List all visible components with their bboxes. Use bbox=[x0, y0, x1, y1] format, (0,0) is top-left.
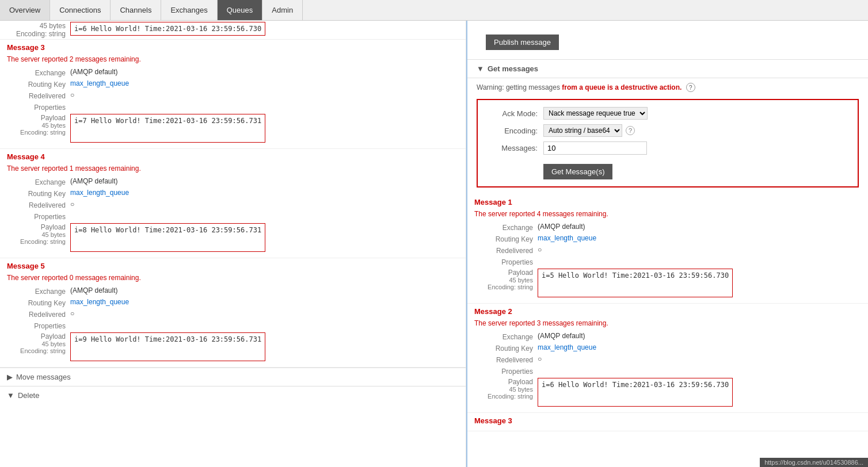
right-message-2-server: The server reported 3 messages remaining… bbox=[467, 317, 868, 331]
nav-overview[interactable]: Overview bbox=[0, 0, 50, 20]
right-message-3-title: Message 3 bbox=[467, 413, 868, 426]
right-panel: Publish message ▼ Get messages Warning: … bbox=[466, 21, 868, 467]
right-msg2-payload-encoding: Encoding: string bbox=[474, 393, 533, 400]
right-msg2-properties-row: Properties bbox=[467, 365, 868, 377]
left-msg5-payload-text: i=9 Hello World! Time:2021-03-16 23:59:5… bbox=[70, 332, 265, 361]
left-msg5-exchange-label: Exchange bbox=[7, 286, 70, 296]
left-msg4-redelivered-row: Redelivered ○ bbox=[0, 199, 466, 210]
left-msg4-properties-row: Properties bbox=[0, 210, 466, 222]
right-msg2-payload-label-block: Payload 45 bytes Encoding: string bbox=[474, 378, 538, 400]
right-msg2-redelivered-value: ○ bbox=[538, 355, 542, 363]
get-messages-form: Ack Mode: Nack message requeue true Ack … bbox=[477, 99, 859, 187]
right-messages-list: Message 1 The server reported 4 messages… bbox=[467, 194, 868, 436]
url-bar: https://blog.csdn.net/u014530886... bbox=[760, 458, 868, 467]
right-msg2-payload-label: Payload bbox=[474, 378, 533, 386]
right-message-1-title: Message 1 bbox=[467, 194, 868, 208]
left-message-5-server: The server reported 0 messages remaining… bbox=[0, 271, 466, 285]
right-msg1-exchange-value: (AMQP default) bbox=[538, 223, 585, 231]
left-message-4: Message 4 The server reported 1 messages… bbox=[0, 149, 466, 258]
right-msg2-payload-size: 45 bytes bbox=[474, 386, 533, 393]
right-msg1-redelivered-row: Redelivered ○ bbox=[467, 244, 868, 256]
get-messages-section-header[interactable]: ▼ Get messages bbox=[467, 59, 868, 78]
left-msg3-properties-row: Properties bbox=[0, 101, 466, 113]
left-msg3-payload-size: 45 bytes bbox=[7, 122, 66, 129]
encoding-help-icon[interactable]: ? bbox=[626, 126, 635, 135]
left-msg3-exchange-value: (AMQP default) bbox=[70, 68, 117, 76]
right-msg1-routing-label: Routing Key bbox=[474, 234, 538, 243]
left-msg4-routing-value: max_length_queue bbox=[70, 189, 129, 197]
left-msg5-payload-size: 45 bytes bbox=[7, 340, 66, 347]
left-msg5-properties-label: Properties bbox=[7, 321, 70, 330]
top-partial-payload: i=6 Hello World! Time:2021-03-16 23:59:5… bbox=[70, 22, 265, 36]
right-msg1-payload-text: i=5 Hello World! Time:2021-03-16 23:59:5… bbox=[538, 269, 733, 297]
left-msg4-properties-label: Properties bbox=[7, 212, 70, 221]
right-msg2-redelivered-row: Redelivered ○ bbox=[467, 354, 868, 365]
messages-count-row: Messages: bbox=[482, 139, 853, 157]
left-message-3-server: The server reported 2 messages remaining… bbox=[0, 53, 466, 67]
left-message-4-server: The server reported 1 messages remaining… bbox=[0, 162, 466, 176]
nav-connections[interactable]: Connections bbox=[50, 0, 111, 20]
nav-channels[interactable]: Channels bbox=[111, 0, 161, 20]
right-msg2-routing-row: Routing Key max_length_queue bbox=[467, 342, 868, 354]
right-message-3: Message 3 bbox=[467, 413, 868, 431]
right-msg1-payload-label: Payload bbox=[474, 269, 533, 277]
delete-section: ▼ Delete bbox=[0, 386, 466, 404]
left-msg4-routing-row: Routing Key max_length_queue bbox=[0, 187, 466, 199]
ack-mode-row: Ack Mode: Nack message requeue true Ack … bbox=[482, 105, 853, 122]
left-msg3-exchange-row: Exchange (AMQP default) bbox=[0, 67, 466, 78]
left-msg4-payload-size: 45 bytes bbox=[7, 231, 66, 238]
delete-label: Delete bbox=[18, 391, 40, 400]
left-msg4-exchange-label: Exchange bbox=[7, 177, 70, 186]
navbar: Overview Connections Channels Exchanges … bbox=[0, 0, 868, 21]
left-panel: 45 bytes Encoding: string i=6 Hello Worl… bbox=[0, 21, 466, 467]
left-msg3-properties-label: Properties bbox=[7, 102, 70, 112]
right-msg2-payload-text: i=6 Hello World! Time:2021-03-16 23:59:5… bbox=[538, 378, 733, 407]
right-msg1-properties-row: Properties bbox=[467, 256, 868, 267]
main-container: 45 bytes Encoding: string i=6 Hello Worl… bbox=[0, 21, 868, 467]
ack-mode-label: Ack Mode: bbox=[492, 109, 543, 118]
warning-text: Warning: getting messages from a queue i… bbox=[467, 78, 868, 97]
right-msg1-payload-size: 45 bytes bbox=[474, 277, 533, 284]
right-msg1-exchange-row: Exchange (AMQP default) bbox=[467, 221, 868, 233]
messages-count-input[interactable] bbox=[543, 141, 647, 155]
encoding-select[interactable]: Auto string / base64 base64 bbox=[543, 124, 622, 137]
publish-message-button[interactable]: Publish message bbox=[486, 35, 559, 50]
left-msg5-payload-label: Payload bbox=[7, 332, 66, 340]
left-msg4-payload-label-block: Payload 45 bytes Encoding: string bbox=[7, 223, 70, 245]
left-msg5-redelivered-row: Redelivered ○ bbox=[0, 308, 466, 320]
right-msg2-properties-label: Properties bbox=[474, 366, 538, 376]
right-msg1-payload-container: Payload 45 bytes Encoding: string i=5 He… bbox=[467, 267, 868, 298]
nav-queues[interactable]: Queues bbox=[218, 0, 263, 20]
left-msg5-payload-encoding: Encoding: string bbox=[7, 347, 66, 354]
left-msg5-payload-container: Payload 45 bytes Encoding: string i=9 He… bbox=[0, 331, 466, 362]
move-messages-label: Move messages bbox=[16, 373, 71, 381]
left-msg5-exchange-row: Exchange (AMQP default) bbox=[0, 285, 466, 297]
top-partial-encoding: Encoding: string bbox=[7, 30, 66, 38]
warning-help-icon[interactable]: ? bbox=[686, 83, 695, 92]
left-msg4-payload-encoding: Encoding: string bbox=[7, 238, 66, 245]
left-msg3-redelivered-label: Redelivered bbox=[7, 91, 70, 100]
messages-count-label: Messages: bbox=[492, 144, 543, 152]
move-messages-header[interactable]: ▶ Move messages bbox=[7, 373, 459, 381]
right-message-1-server: The server reported 4 messages remaining… bbox=[467, 208, 868, 221]
ack-mode-select[interactable]: Nack message requeue true Ack message re… bbox=[543, 107, 648, 120]
left-msg5-exchange-value: (AMQP default) bbox=[70, 286, 117, 294]
nav-admin[interactable]: Admin bbox=[262, 0, 303, 20]
nav-exchanges[interactable]: Exchanges bbox=[161, 0, 217, 20]
left-msg4-exchange-row: Exchange (AMQP default) bbox=[0, 176, 466, 187]
get-messages-button[interactable]: Get Message(s) bbox=[543, 164, 612, 179]
left-msg3-routing-label: Routing Key bbox=[7, 79, 70, 89]
encoding-label: Encoding: bbox=[492, 127, 543, 135]
left-msg3-routing-value: max_length_queue bbox=[70, 79, 129, 87]
left-message-4-title: Message 4 bbox=[0, 149, 466, 162]
get-messages-title: Get messages bbox=[488, 64, 538, 73]
delete-header[interactable]: ▼ Delete bbox=[7, 391, 459, 400]
right-msg1-routing-value: max_length_queue bbox=[538, 234, 596, 242]
left-msg4-payload-label: Payload bbox=[7, 223, 66, 231]
right-message-2: Message 2 The server reported 3 messages… bbox=[467, 304, 868, 413]
right-msg2-exchange-value: (AMQP default) bbox=[538, 332, 585, 340]
right-msg2-exchange-row: Exchange (AMQP default) bbox=[467, 331, 868, 342]
right-message-2-title: Message 2 bbox=[467, 304, 868, 317]
left-msg5-routing-row: Routing Key max_length_queue bbox=[0, 297, 466, 308]
right-message-1: Message 1 The server reported 4 messages… bbox=[467, 194, 868, 304]
